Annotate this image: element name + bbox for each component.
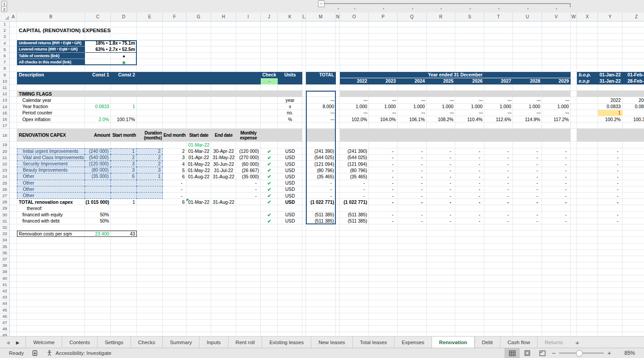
cell-B25[interactable]: Other (17, 180, 85, 186)
cell-T28[interactable]: - (484, 199, 513, 205)
row-header-11[interactable]: 11 (0, 84, 10, 91)
cell-Z9[interactable]: 01-Feb-22 (623, 72, 644, 78)
renovation-costs-per-sqm-label[interactable]: Renovation costs per sqm (17, 231, 85, 237)
cell-T16[interactable]: 112.6% (484, 116, 513, 122)
cell-E20[interactable]: 2 (137, 148, 163, 155)
cell-K27[interactable]: USD (278, 193, 302, 199)
cell-Q24[interactable]: - (398, 173, 427, 180)
cell-K15[interactable]: no. (278, 110, 302, 116)
cell-B10[interactable] (17, 78, 261, 84)
cell-S22[interactable]: - (455, 161, 484, 167)
row-header-43[interactable]: 43 (0, 294, 10, 300)
cell-V25[interactable]: - (542, 180, 571, 186)
unlevered-returns-value[interactable]: 18% • 1.8x • 75.1m (85, 40, 137, 46)
cell-H21[interactable]: 31-May-22 (211, 155, 236, 161)
outline-level-2-button[interactable]: 2 (1, 6, 7, 12)
cell-O25[interactable]: - (340, 180, 369, 186)
cell-K16[interactable]: % (278, 116, 302, 122)
cell-M10[interactable] (306, 78, 336, 84)
cell-D9[interactable]: Const 2 (111, 72, 137, 78)
cell-D28[interactable]: 1 (111, 199, 137, 205)
row-header-40[interactable]: 40 (0, 275, 10, 282)
cell-I20[interactable]: (120 000) (236, 148, 261, 155)
cell-M22[interactable]: (121 094) (306, 161, 336, 167)
cell-U21[interactable]: - (513, 155, 542, 161)
cell-T13[interactable]: ~~ (484, 97, 513, 103)
row-header-27[interactable]: 27 (0, 193, 10, 199)
cell-Y23[interactable]: - (598, 167, 623, 173)
cell-Y9[interactable]: 01-Jan-22 (598, 72, 623, 78)
cell-Z14[interactable]: 0.0833 (623, 104, 644, 110)
cell-Q16[interactable]: 106.1% (398, 116, 427, 122)
cell-K28[interactable]: USD (278, 199, 302, 205)
tab-expenses[interactable]: Expenses (394, 337, 432, 348)
cell-R26[interactable]: - (427, 186, 455, 193)
cell-B15[interactable]: Period counter (17, 110, 85, 116)
row-header-30[interactable]: 30 (0, 212, 10, 218)
column-header-X[interactable]: X (577, 13, 598, 21)
cell-C22[interactable]: (120 000) (85, 161, 111, 167)
accessibility-button[interactable]: Accessibility: Investigate (46, 350, 111, 357)
row-header-1[interactable]: 1 (0, 21, 10, 27)
cell-D24[interactable]: 6 (111, 173, 137, 180)
cell-U15[interactable]: ~~ (513, 110, 542, 116)
cell-D23[interactable]: 3 (111, 167, 137, 173)
cell-E23[interactable]: 3 (137, 167, 163, 173)
cell-B29[interactable]: thereof: (17, 205, 85, 211)
cell-Z15[interactable]: 2 (623, 110, 644, 116)
cell-S31[interactable]: - (455, 218, 484, 224)
cell-Y22[interactable]: - (598, 161, 623, 167)
cell-U14[interactable]: 1.000 (513, 104, 542, 110)
row-header-42[interactable]: 42 (0, 288, 10, 294)
cell-O12[interactable] (340, 91, 571, 97)
cell-Y28[interactable]: - (598, 199, 623, 205)
cell-S10[interactable]: 2026 (455, 78, 484, 84)
cell-P15[interactable]: ~~ (369, 110, 398, 116)
tab-new-leases[interactable]: New leases (311, 337, 352, 348)
unlevered-returns-label[interactable]: Unlevered returns (IRR • EqM • GR) (17, 40, 85, 46)
cell-U16[interactable]: 114.9% (513, 116, 542, 122)
cell-J18[interactable] (261, 129, 302, 142)
col-description-header[interactable]: Description (17, 72, 85, 78)
cell-P20[interactable]: - (369, 148, 398, 155)
row-header-32[interactable]: 32 (0, 224, 10, 231)
cell-O10[interactable]: 2022 (340, 78, 369, 84)
active-period-cell[interactable]: 1 (598, 110, 623, 116)
cell-V31[interactable]: - (542, 218, 571, 224)
column-header-F[interactable]: F (163, 13, 186, 21)
cell-B23[interactable]: Beauty Improvements (17, 167, 85, 173)
levered-returns-value[interactable]: 63% • 2.7x • 52.5m (85, 46, 137, 53)
cell-K9[interactable]: Units (278, 72, 302, 78)
cell-P28[interactable]: - (369, 199, 398, 205)
cell-M25[interactable]: - (306, 180, 336, 186)
cell-K14[interactable]: x (278, 104, 302, 110)
cell-Z16[interactable]: 100.3% (623, 116, 644, 122)
cell-P25[interactable]: - (369, 180, 398, 186)
row-header-39[interactable]: 39 (0, 269, 10, 275)
zoom-slider-knob[interactable] (576, 350, 583, 357)
cell-G23[interactable]: 01-May-22 (186, 167, 211, 173)
cell-C26[interactable] (85, 186, 111, 193)
row-header-23[interactable]: 23 (0, 167, 10, 173)
cell-D20[interactable]: 1 (111, 148, 137, 155)
cell-B31[interactable]: financed with debt (17, 218, 85, 224)
cell-M27[interactable]: - (306, 193, 336, 199)
cell-E9[interactable] (137, 72, 261, 78)
cell-M20[interactable]: (241 390) (306, 148, 336, 155)
cell-E24[interactable]: 1 (137, 173, 163, 180)
cell-F24[interactable]: 6 (163, 173, 186, 180)
row-header-12[interactable]: 12 (0, 91, 10, 97)
cell-C21[interactable]: (540 000) (85, 155, 111, 161)
cell-K13[interactable]: year (278, 97, 302, 103)
cell-F25[interactable]: - (163, 180, 186, 186)
renovation-start-date[interactable]: 01-Mar-22 (186, 142, 211, 148)
cell-V15[interactable]: ~~ (542, 110, 571, 116)
all-checks-link[interactable]: All checks in this model (link) (17, 59, 85, 65)
cell-C31[interactable]: 50% (85, 218, 111, 224)
cell-M26[interactable]: - (306, 186, 336, 193)
cell-P27[interactable]: - (369, 193, 398, 199)
cell-K25[interactable]: USD (278, 180, 302, 186)
cell-R15[interactable]: ~~ (427, 110, 455, 116)
cell-G21[interactable]: 01-Apr-22 (186, 155, 211, 161)
cell-S21[interactable]: - (455, 155, 484, 161)
